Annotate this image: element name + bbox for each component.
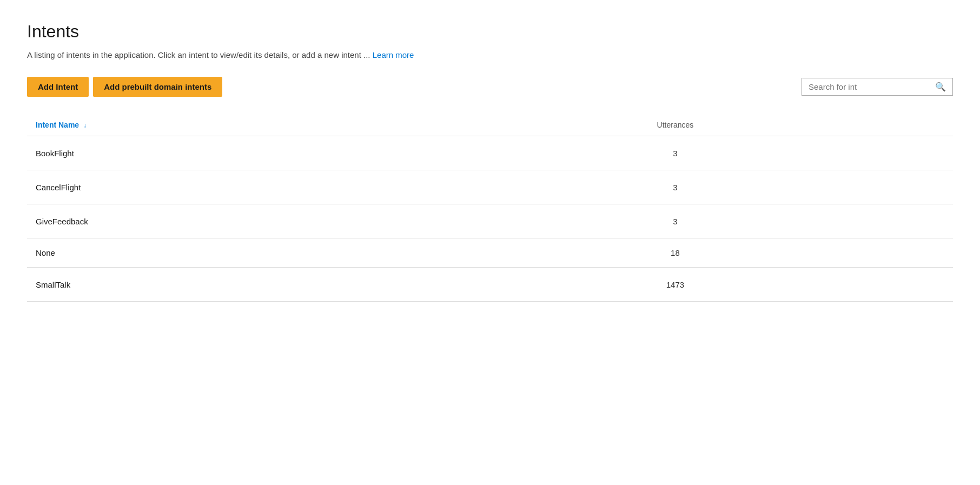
actions-cell [768,268,953,302]
edit-button[interactable] [927,180,936,194]
intent-name-cell: GiveFeedback [27,204,582,238]
delete-button[interactable] [936,146,944,160]
table-row[interactable]: BookFlight3 [27,136,953,170]
actions-cell [768,204,953,238]
edit-button[interactable] [927,146,936,160]
page-description: A listing of intents in the application.… [27,50,953,59]
page-title: Intents [27,22,953,42]
table-header: Intent Name ↓ Utterances [27,114,953,136]
utterances-cell: 1473 [582,268,767,302]
utterances-cell: 3 [582,204,767,238]
intent-name-cell: None [27,238,582,268]
table-row[interactable]: SmallTalk1473 [27,268,953,302]
intent-name-cell: SmallTalk [27,268,582,302]
utterances-cell: 18 [582,238,767,268]
add-intent-button[interactable]: Add Intent [27,77,89,97]
table-row[interactable]: GiveFeedback3 [27,204,953,238]
col-actions-header [768,114,953,136]
edit-button[interactable] [927,277,936,291]
toolbar-left: Add Intent Add prebuilt domain intents [27,77,222,97]
intent-name-cell: CancelFlight [27,170,582,204]
actions-cell [768,136,953,170]
utterances-cell: 3 [582,136,767,170]
add-prebuilt-button[interactable]: Add prebuilt domain intents [93,77,222,97]
sort-icon: ↓ [83,122,87,129]
search-icon: 🔍 [935,82,946,92]
utterances-cell: 3 [582,170,767,204]
learn-more-link[interactable]: Learn more [373,50,414,59]
table-body: BookFlight3 CancelFlight3 GiveFeedback3 [27,136,953,302]
intents-table: Intent Name ↓ Utterances BookFlight3 Can… [27,114,953,302]
search-container: 🔍 [802,78,953,96]
actions-cell [768,170,953,204]
col-intent-name-header[interactable]: Intent Name ↓ [27,114,582,136]
actions-cell [768,238,953,268]
edit-button[interactable] [927,214,936,228]
table-row[interactable]: CancelFlight3 [27,170,953,204]
col-utterances-header: Utterances [582,114,767,136]
search-input[interactable] [809,82,933,91]
delete-button[interactable] [936,277,944,291]
toolbar: Add Intent Add prebuilt domain intents 🔍 [27,77,953,97]
delete-button[interactable] [936,180,944,194]
table-row[interactable]: None18 [27,238,953,268]
delete-button[interactable] [936,214,944,228]
intent-name-cell: BookFlight [27,136,582,170]
